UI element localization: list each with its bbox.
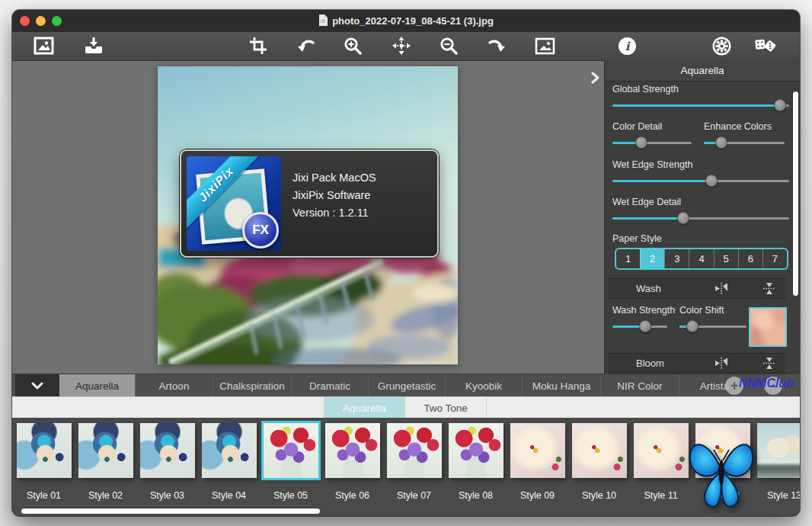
bloom-section-header[interactable]: Bloom [608, 353, 785, 374]
slider-knob[interactable] [705, 175, 718, 187]
save-icon[interactable] [83, 35, 104, 56]
info-icon[interactable]: i [616, 35, 638, 56]
horizontal-scrollbar[interactable] [21, 508, 320, 514]
wet-edge-detail-slider[interactable]: Wet Edge Detail [612, 197, 789, 224]
style-thumbnail[interactable] [264, 423, 318, 478]
randomize-dice-icon[interactable] [755, 35, 776, 56]
slider-knob[interactable] [715, 136, 727, 149]
wash-strength-slider[interactable]: Wash Strength [612, 305, 667, 332]
slider-label: Wash Strength [612, 305, 667, 316]
collapse-tray-button[interactable] [15, 374, 59, 397]
wash-section-header[interactable]: Wash [608, 278, 785, 299]
style-thumbnail[interactable] [140, 423, 195, 478]
zoom-in-icon[interactable] [342, 35, 363, 56]
about-line-version: Version : 1.2.11 [293, 204, 376, 222]
compare-image-icon[interactable] [534, 35, 555, 56]
paper-style-option[interactable]: 1 [616, 249, 640, 268]
chevron-right-icon[interactable] [587, 70, 603, 85]
style-cell[interactable]: Style 11 [630, 418, 692, 516]
style-thumbnail[interactable] [78, 423, 133, 478]
style-cell[interactable]: Style 01 [13, 418, 75, 516]
subtab-aquarella[interactable]: Aquarella [324, 397, 405, 419]
close-button[interactable] [20, 16, 30, 26]
slider-label: Wet Edge Strength [612, 159, 789, 170]
desktop: photo_2022-07-19_08-45-21 (3).jpg [0, 0, 812, 526]
collapse-vertical-icon[interactable] [762, 282, 776, 295]
color-detail-slider[interactable]: Color Detail [612, 121, 692, 149]
minimize-button[interactable] [36, 16, 46, 26]
style-cell[interactable]: Style 02 [75, 418, 136, 516]
style-cell[interactable]: Style 09 [507, 418, 568, 516]
slider-label: Color Detail [612, 121, 692, 132]
style-thumbnail[interactable] [17, 423, 72, 478]
slider-knob[interactable] [677, 212, 689, 224]
style-label: Style 10 [565, 490, 633, 501]
add-style-button[interactable]: + [725, 377, 743, 395]
paper-style-option[interactable]: 2 [640, 249, 664, 268]
style-cell[interactable]: Style 03 [136, 418, 198, 516]
enhance-colors-slider[interactable]: Enhance Colors [704, 121, 785, 149]
paper-style-option[interactable]: 5 [714, 249, 738, 268]
color-shift-slider[interactable]: Color Shift [679, 305, 746, 332]
slider-knob[interactable] [686, 320, 699, 332]
slider-label: Wet Edge Detail [612, 197, 789, 207]
style-cell[interactable]: Style 13 [753, 418, 800, 516]
collapse-vertical-icon[interactable] [762, 357, 776, 370]
slider-knob[interactable] [639, 320, 651, 332]
wash-color-swatch[interactable] [749, 307, 787, 347]
panel-scrollbar[interactable] [793, 91, 798, 296]
open-image-icon[interactable] [33, 35, 54, 56]
zoom-out-icon[interactable] [438, 35, 459, 56]
redo-icon[interactable] [485, 35, 507, 56]
style-thumbnail[interactable] [572, 423, 627, 478]
effect-tab[interactable]: Kyoobik [445, 374, 522, 397]
crop-icon[interactable] [248, 35, 269, 56]
style-cell[interactable]: Style 04 [198, 418, 260, 516]
titlebar: photo_2022-07-19_08-45-21 (3).jpg [12, 10, 800, 32]
paper-style-option[interactable]: 6 [738, 249, 762, 268]
style-cell[interactable]: Style 08 [445, 418, 507, 516]
effect-tab[interactable]: Chalkspiration [213, 374, 291, 397]
style-thumbnail[interactable] [510, 423, 565, 478]
zoom-button[interactable] [52, 16, 62, 26]
wet-edge-strength-slider[interactable]: Wet Edge Strength [612, 159, 789, 187]
flip-horizontal-icon[interactable] [714, 282, 728, 295]
subtab-two-tone[interactable]: Two Tone [405, 397, 487, 419]
remove-style-button[interactable]: – [764, 377, 782, 395]
global-strength-slider[interactable]: Global Strength [612, 84, 789, 111]
effect-tab[interactable]: Artoon [135, 374, 213, 397]
style-cell[interactable]: Style 10 [568, 418, 630, 516]
style-cell[interactable]: Style 12 [692, 418, 753, 516]
paper-style-option[interactable]: 7 [762, 249, 787, 268]
style-thumbnail[interactable] [387, 423, 442, 478]
style-thumbnail[interactable] [449, 423, 504, 478]
style-thumbnail[interactable] [695, 423, 750, 478]
style-thumbnail[interactable] [634, 423, 689, 478]
effect-tab[interactable]: Grungetastic [368, 374, 445, 397]
effect-tab[interactable]: Artista - [679, 374, 756, 397]
settings-gear-icon[interactable] [711, 35, 732, 56]
effect-tab[interactable]: Moku Hanga [522, 374, 600, 397]
document-icon [318, 14, 328, 28]
effect-tab[interactable]: NIR Color [600, 374, 679, 397]
effect-tab[interactable]: Aquarella [59, 374, 135, 397]
paper-style-option[interactable]: 3 [664, 249, 689, 268]
style-cell[interactable]: Style 06 [321, 418, 383, 516]
effect-tab[interactable]: Dramatic [291, 374, 368, 397]
style-label: Style 12 [689, 490, 756, 501]
paper-style-label: Paper Style [612, 233, 662, 244]
style-cell[interactable]: Style 05 [260, 418, 321, 516]
move-icon[interactable] [391, 35, 412, 56]
paper-style-option[interactable]: 4 [689, 249, 713, 268]
slider-knob[interactable] [774, 99, 786, 111]
about-line-company: JixiPix Software [293, 187, 376, 204]
styles-strip: Style 01 Style 02 Style 03 Style 04 Styl… [12, 418, 800, 516]
undo-icon[interactable] [296, 35, 318, 56]
style-thumbnail[interactable] [757, 423, 800, 478]
style-thumbnail[interactable] [202, 423, 257, 478]
flip-horizontal-icon[interactable] [714, 357, 728, 370]
slider-knob[interactable] [635, 136, 647, 149]
style-thumbnail[interactable] [325, 423, 380, 478]
style-cell[interactable]: Style 07 [383, 418, 445, 516]
style-label: Style 07 [380, 490, 448, 501]
